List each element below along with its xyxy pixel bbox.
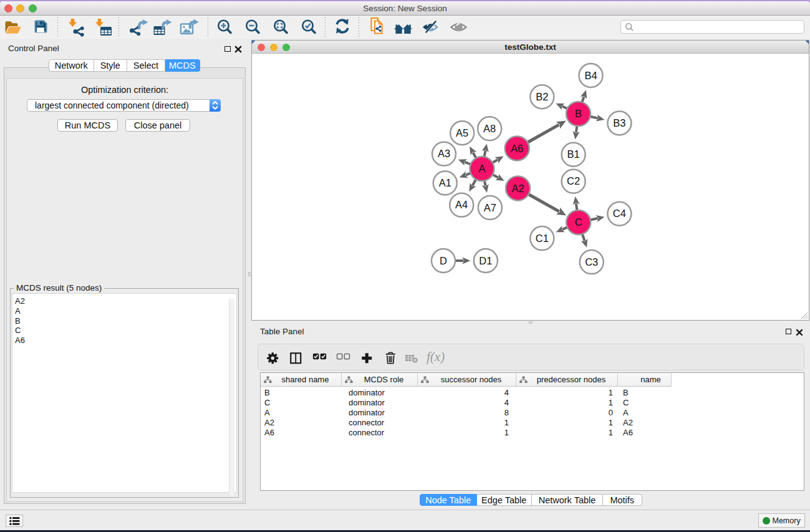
svg-text:D: D bbox=[440, 254, 447, 266]
svg-text:A: A bbox=[478, 163, 485, 174]
svg-text:A1: A1 bbox=[439, 177, 451, 188]
svg-text:B4: B4 bbox=[584, 69, 597, 80]
svg-text:B2: B2 bbox=[536, 90, 548, 102]
svg-text:C3: C3 bbox=[585, 256, 598, 267]
svg-text:A3: A3 bbox=[438, 148, 450, 159]
svg-text:A6: A6 bbox=[511, 142, 523, 153]
svg-text:C2: C2 bbox=[567, 175, 580, 186]
svg-text:C1: C1 bbox=[536, 232, 549, 243]
svg-text:A5: A5 bbox=[456, 127, 468, 138]
svg-text:A4: A4 bbox=[455, 199, 468, 210]
svg-text:B3: B3 bbox=[613, 117, 625, 128]
svg-text:D1: D1 bbox=[479, 254, 492, 266]
svg-text:B1: B1 bbox=[567, 148, 580, 160]
svg-text:B: B bbox=[575, 108, 582, 119]
svg-text:A7: A7 bbox=[484, 201, 496, 213]
svg-text:C4: C4 bbox=[613, 208, 626, 219]
svg-text:A2: A2 bbox=[512, 182, 524, 193]
svg-text:A8: A8 bbox=[483, 122, 496, 133]
svg-text:C: C bbox=[575, 216, 582, 228]
